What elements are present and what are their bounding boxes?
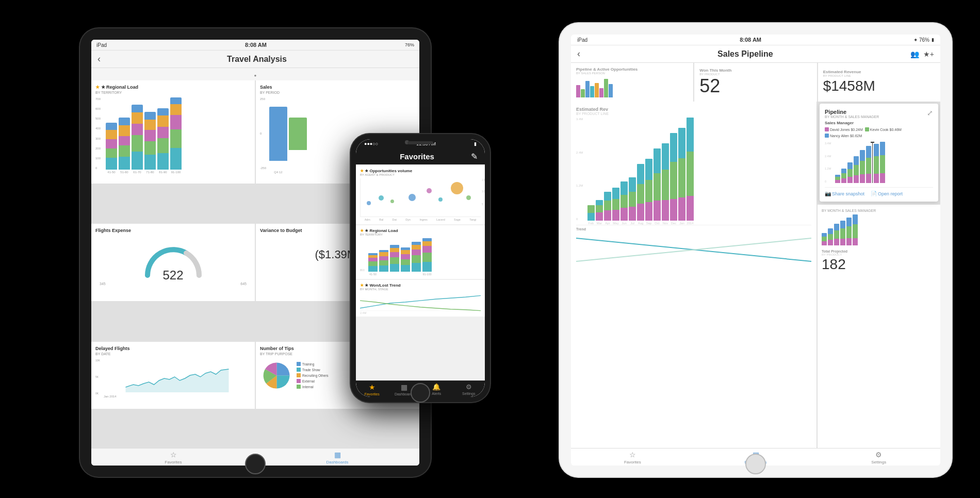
opportunities-volume-card: ★ ★ Opportunities volume BY AGENT & PROD… [356,165,485,224]
ipad-left-time: 8:08 AM [245,42,267,48]
iphone-settings-label: Settings [462,392,475,395]
popup-legend: David Jones $0.24M Kevin Cook $0.46M Nan… [825,127,933,138]
iphone-tab-favorites[interactable]: ★ Favorites [356,383,388,396]
iphone-favorites-icon: ★ [369,383,375,391]
pipeline-active-card: Pipeline & Active Opportunities BY SALES… [571,63,693,102]
ipad-right-screen: iPad 8:08 AM ✦ 76% ▮ ‹ Sales Pipeline 👥 … [571,35,940,466]
total-projected-card: Total Projected BY PRODUCT 182 [822,250,936,273]
iphone-screen: ●●●○○ 11:56 AM ▮ Favorites ✎ ★ ★ Opportu… [356,139,485,397]
iphone-regional-load-card: ★ ★ Regional Load BY TERRITORY 700 0 [356,225,485,279]
total-projected-value: 182 [822,256,936,273]
flights-expense-title: Flights Expense [95,228,251,233]
tab-dashboards-label: Dashboards [326,460,348,464]
ipad-right: iPad 8:08 AM ✦ 76% ▮ ‹ Sales Pipeline 👥 … [560,23,952,477]
popup-actions: 📷 Share snapshot 📄 Open report [825,187,933,196]
flights-expense-chart: Flights Expense [91,224,255,301]
iphone-settings-icon: ⚙ [466,383,472,391]
top-metrics: Pipeline & Active Opportunities BY SALES… [571,63,940,102]
ipad-right-tab-settings[interactable]: ⚙ Settings [817,451,940,464]
iphone-center: ●●●○○ 11:56 AM ▮ Favorites ✎ ★ ★ Opportu… [351,134,490,402]
flights-high: 645 [240,282,247,286]
pipeline-popup: Pipeline BY MONTH & SALES MANAGER ⤢ Sale… [820,104,938,202]
ipad-right-device: iPad [577,37,587,43]
open-report-btn[interactable]: 📄 Open report [871,191,903,196]
estimated-revenue-card: Estimated Revenue BY PRODUCT LINE $1458M [818,63,940,102]
iphone-alerts-icon: 🔔 [432,383,440,391]
star-icon: ☆ [170,451,177,459]
iphone-dashboards-icon: ▦ [401,383,407,391]
iphone-home-btn[interactable] [411,383,430,403]
iphone-edit-icon[interactable]: ✎ [471,152,478,161]
flights-value: 522 [162,269,183,281]
regional-load-title: ★ ★ Regional Load [95,85,251,90]
star-plus-icon[interactable]: ★+ [923,50,934,58]
right-small-charts: BY MONTH & SALES MANAGER [818,205,940,448]
ipad-left-nav: ‹ Travel Analysis [91,51,419,68]
ipad-left-device: iPad [96,42,107,48]
ipad-right-time: 8:08 AM [740,37,761,43]
right-settings-label: Settings [871,460,886,464]
legend-david: David Jones $0.24M [830,128,863,131]
iphone-favorites-label: Favorites [365,392,380,396]
tab-favorites-label: Favorites [165,460,182,464]
iphone-tab-settings[interactable]: ⚙ Settings [453,383,485,396]
popup-chart: 3.4M2.4M1.2M0 [825,142,933,183]
right-star-icon: ☆ [629,451,636,459]
tab-favorites[interactable]: ☆ Favorites [91,451,255,464]
ipad-right-title: Sales Pipeline [580,49,910,59]
ipad-right-tab-favorites[interactable]: ☆ Favorites [571,451,694,464]
right-settings-icon: ⚙ [875,451,882,459]
iphone-battery: ▮ [474,141,477,146]
won-lost-trend-card: ★ ★ Won/Lost Trend BY MONTH, STAGE [356,280,485,317]
iphone-signal: ●●●○○ [364,141,378,146]
revenue-value: $1458M [823,77,935,95]
people-icon[interactable]: 👥 [910,50,919,58]
share-snapshot-btn[interactable]: 📷 Share snapshot [825,191,864,196]
page-indicator: ● [91,68,419,80]
delayed-flights-chart: Delayed Flights BY DATE 10K5K0K [91,342,255,409]
right-panel: Pipeline BY MONTH & SALES MANAGER ⤢ Sale… [818,102,940,448]
iphone-content: ★ ★ Opportunities volume BY AGENT & PROD… [356,164,485,380]
legend-kevin: Kevin Cook $0.46M [870,128,902,131]
won-this-month-card: Won This Month BY PRODUCT 52 [694,63,816,102]
iphone-nav: Favorites ✎ [356,148,485,164]
right-favorites-label: Favorites [624,460,641,464]
delayed-flights-title: Delayed Flights [95,346,251,351]
flights-low: 345 [100,282,106,286]
ipad-left-home-btn[interactable] [245,454,266,474]
iphone-alerts-label: Alerts [432,392,441,395]
ipad-left-title: Travel Analysis [101,55,413,64]
tab-dashboards[interactable]: ▦ Dashboards [255,451,419,464]
iphone-title: Favorites [400,152,434,161]
iphone-speaker [407,141,433,144]
regional-load-chart: ★ ★ Regional Load BY TERRITORY 700600500… [91,80,255,184]
ipad-right-nav: ‹ Sales Pipeline 👥 ★+ [571,45,940,63]
ipad-right-battery: ✦ 76% ▮ [913,37,934,43]
main-chart-area: Estimated Rev BY PRODUCT LINE 3.4M2.4M1.… [571,102,940,448]
delayed-x-label: Jan 2014 [95,395,251,398]
dashboards-icon: ▦ [334,451,341,459]
won-value: 52 [699,76,720,96]
scene: iPad 8:08 AM 76% ‹ Travel Analysis ● [0,0,980,498]
ipad-right-status-bar: iPad 8:08 AM ✦ 76% ▮ [571,35,940,45]
popup-expand-icon[interactable]: ⤢ [927,109,933,117]
popup-title: Pipeline [825,109,879,115]
ipad-left-status-bar: iPad 8:08 AM 76% [91,40,419,51]
ipad-right-nav-icons: 👥 ★+ [910,50,934,58]
pipeline-main-chart: Estimated Rev BY PRODUCT LINE 3.4M2.4M1.… [571,102,816,448]
ipad-left-battery: 76% [405,42,414,47]
legend-nancy: Nancy Allen $0.62M [830,134,862,138]
ipad-right-home-btn[interactable] [745,454,766,474]
